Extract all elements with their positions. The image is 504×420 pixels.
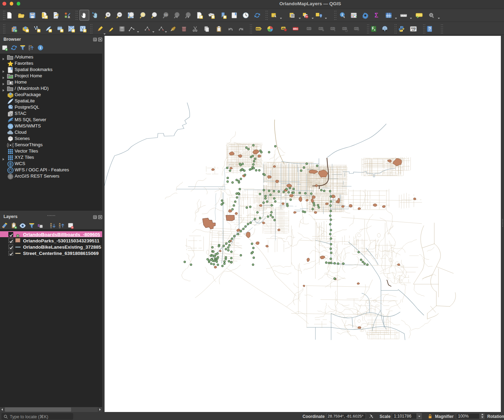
svg-text:abc: abc — [330, 27, 335, 30]
svg-text:i: i — [342, 13, 343, 17]
svg-text:✱: ✱ — [200, 15, 203, 19]
svg-text:abc: abc — [293, 27, 298, 30]
svg-text:abc: abc — [342, 27, 346, 30]
svg-text:a: a — [68, 15, 70, 19]
svg-text:abc: abc — [319, 27, 323, 30]
svg-text:abc: abc — [256, 27, 261, 30]
svg-text:✱: ✱ — [84, 29, 86, 32]
svg-text:abc: abc — [354, 27, 358, 30]
svg-text:✱: ✱ — [212, 15, 215, 19]
svg-text:<>: <> — [412, 29, 415, 31]
svg-text:✱: ✱ — [224, 15, 227, 19]
svg-text:✱: ✱ — [49, 29, 52, 32]
svg-text:i: i — [40, 46, 41, 50]
svg-text:abc: abc — [307, 27, 311, 30]
svg-text:✱: ✱ — [26, 29, 29, 32]
svg-text:✱: ✱ — [72, 29, 75, 32]
svg-text:ε: ε — [38, 223, 40, 228]
svg-text:ab: ab — [282, 27, 285, 30]
svg-text:Σ: Σ — [375, 12, 379, 19]
svg-text:✱: ✱ — [61, 29, 63, 32]
svg-text:F: F — [372, 26, 374, 30]
svg-text:1:1: 1:1 — [164, 14, 168, 16]
svg-text:?: ? — [428, 26, 431, 31]
svg-text:✱: ✱ — [38, 29, 40, 32]
svg-text:✱: ✱ — [45, 15, 48, 19]
